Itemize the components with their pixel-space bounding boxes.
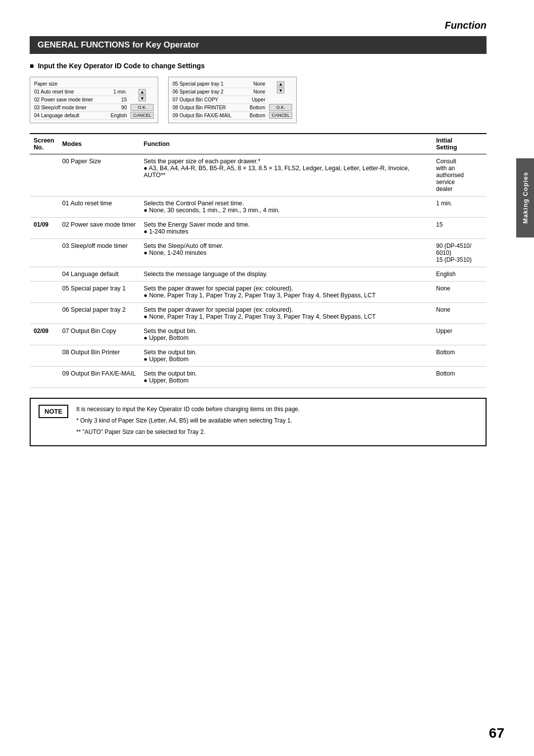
cell-function: Sets the output bin.Upper, Bottom <box>139 345 432 367</box>
table-row: 09 Output Bin FAX/E-MAILSets the output … <box>30 367 487 388</box>
cell-screen-no: 01/09 <box>30 218 58 239</box>
cell-screen-no <box>30 303 58 324</box>
mock-left-row-0: 01 Auto reset time 1 min. <box>34 88 129 96</box>
screen-mockups: Paper size 01 Auto reset time 1 min. 02 … <box>30 77 487 123</box>
cell-initial-setting: English <box>432 267 487 282</box>
cell-function: Sets the paper size of each paper drawer… <box>139 154 432 196</box>
cell-screen-no <box>30 239 58 267</box>
note-box: NOTE It is necessary to input the Key Op… <box>30 398 487 446</box>
table-row: 08 Output Bin PrinterSets the output bin… <box>30 345 487 367</box>
cell-screen-no <box>30 154 58 196</box>
note-item-0: It is necessary to input the Key Operato… <box>76 405 478 414</box>
cell-mode-name: 01 Auto reset time <box>58 196 140 218</box>
table-row: 04 Language defaultSelects the message l… <box>30 267 487 282</box>
note-item-2: ** "AUTO" Paper Size can be selected for… <box>76 427 478 437</box>
mock-right-row-0: 05 Special paper tray 1 None <box>173 80 267 88</box>
cell-screen-no <box>30 345 58 367</box>
note-label: NOTE <box>39 405 68 418</box>
mock-left-row-3: 04 Language default English <box>34 112 129 120</box>
screen-mockup-right: 05 Special paper tray 1 None 06 Special … <box>168 77 297 123</box>
cell-mode-name: 03 Sleep/off mode timer <box>58 239 140 267</box>
cell-screen-no <box>30 196 58 218</box>
cell-function: Sets the Sleep/Auto off timer.None, 1-24… <box>139 239 432 267</box>
table-row: 01 Auto reset timeSelects the Control Pa… <box>30 196 487 218</box>
note-content: It is necessary to input the Key Operato… <box>76 405 478 439</box>
cell-initial-setting: Consult with an authorised service deale… <box>432 154 487 196</box>
mock-right-group: 05 Special paper tray 1 None 06 Special … <box>173 80 292 120</box>
cell-screen-no <box>30 267 58 282</box>
cell-screen-no: 02/09 <box>30 324 58 345</box>
th-function: Function <box>139 134 432 154</box>
table-row: 00 Paper SizeSets the paper size of each… <box>30 154 487 196</box>
screen-mockup-left: Paper size 01 Auto reset time 1 min. 02 … <box>30 77 158 123</box>
cell-function: Sets the output bin.Upper, Bottom <box>139 367 432 388</box>
cell-initial-setting: Bottom <box>432 345 487 367</box>
function-heading: Function <box>30 20 487 31</box>
cell-mode-name: 02 Power save mode timer <box>58 218 140 239</box>
cell-mode-name: 06 Special paper tray 2 <box>58 303 140 324</box>
mock-left-row-2: 03 Sleep/off mode timer 90 <box>34 104 129 112</box>
cell-initial-setting: 15 <box>432 218 487 239</box>
page-title: GENERAL FUNCTIONS for Key Operator <box>30 36 487 54</box>
cell-function: Selects the Control Panel reset time.Non… <box>139 196 432 218</box>
sidebar-tab: Making Copies <box>516 158 534 237</box>
mock-right-row-4: 09 Output Bin FAX/E-MAIL Bottom <box>173 112 267 120</box>
cell-screen-no <box>30 282 58 303</box>
table-row: 01/0902 Power save mode timerSets the En… <box>30 218 487 239</box>
mock-right-row-3: 08 Output Bin PRINTER Bottom <box>173 104 267 112</box>
functions-table: Screen No. Modes Function Initial Settin… <box>30 133 487 388</box>
th-modes: Modes <box>58 134 140 154</box>
cell-initial-setting: None <box>432 282 487 303</box>
cell-function: Selects the message language of the disp… <box>139 267 432 282</box>
mock-title-row: Paper size <box>34 80 154 88</box>
mock-right-row-1: 06 Special paper tray 2 None <box>173 88 267 96</box>
cell-mode-name: 09 Output Bin FAX/E-MAIL <box>58 367 140 388</box>
th-initial-setting: Initial Setting <box>432 134 487 154</box>
mock-left-row-1: 02 Power save mode timer 15 <box>34 96 129 104</box>
cell-initial-setting: None <box>432 303 487 324</box>
note-item-1: * Only 3 kind of Paper Size (Letter, A4,… <box>76 416 478 425</box>
cell-mode-name: 00 Paper Size <box>58 154 140 196</box>
page-number: 67 <box>489 725 504 741</box>
mock-right-row-2: 07 Output Bin COPY Upper <box>173 96 267 104</box>
th-screen-no: Screen No. <box>30 134 58 154</box>
cell-mode-name: 05 Special paper tray 1 <box>58 282 140 303</box>
cell-function: Sets the paper drawer for special paper … <box>139 282 432 303</box>
section-heading: Input the Key Operator ID Code to change… <box>30 62 487 70</box>
cell-function: Sets the Energy Saver mode and time.1-24… <box>139 218 432 239</box>
table-row: 05 Special paper tray 1Sets the paper dr… <box>30 282 487 303</box>
table-row: 03 Sleep/off mode timerSets the Sleep/Au… <box>30 239 487 267</box>
mock-cancel-btn-right[interactable]: CANCEL <box>269 112 292 119</box>
cell-mode-name: 04 Language default <box>58 267 140 282</box>
cell-function: Sets the paper drawer for special paper … <box>139 303 432 324</box>
mock-cancel-btn-left[interactable]: CANCEL <box>131 112 154 119</box>
cell-screen-no <box>30 367 58 388</box>
table-row: 06 Special paper tray 2Sets the paper dr… <box>30 303 487 324</box>
cell-initial-setting: Upper <box>432 324 487 345</box>
cell-initial-setting: 1 min. <box>432 196 487 218</box>
cell-mode-name: 07 Output Bin Copy <box>58 324 140 345</box>
mock-ok-btn-left[interactable]: O.K. <box>131 104 154 111</box>
cell-initial-setting: 90 (DP-4510/ 6010) 15 (DP-3510) <box>432 239 487 267</box>
mock-ok-btn-right[interactable]: O.K. <box>269 104 292 111</box>
mock-left-group: 01 Auto reset time 1 min. 02 Power save … <box>34 88 154 120</box>
cell-function: Sets the output bin.Upper, Bottom <box>139 324 432 345</box>
cell-mode-name: 08 Output Bin Printer <box>58 345 140 367</box>
table-row: 02/0907 Output Bin CopySets the output b… <box>30 324 487 345</box>
cell-initial-setting: Bottom <box>432 367 487 388</box>
